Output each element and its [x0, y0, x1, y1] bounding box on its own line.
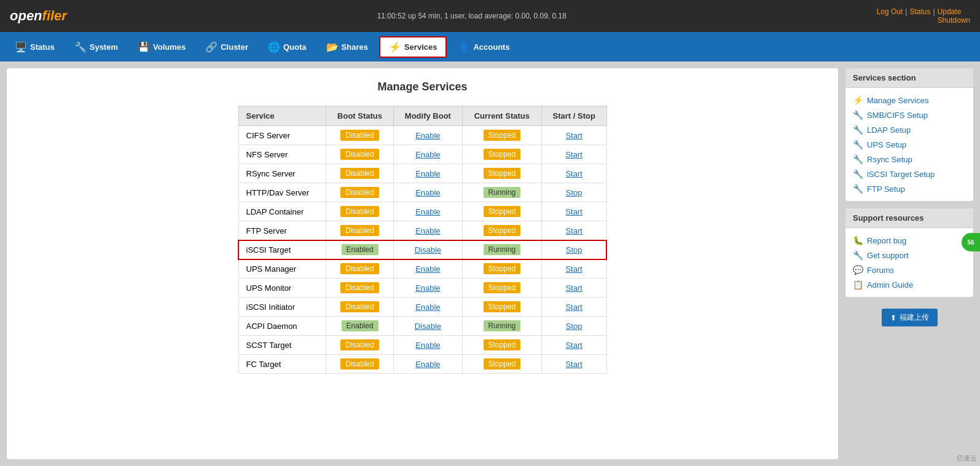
table-row: UPS MonitorDisabledEnableStoppedStart: [238, 278, 606, 298]
modify-boot[interactable]: Enable: [393, 183, 462, 202]
start-stop[interactable]: Start: [541, 355, 606, 374]
start-link[interactable]: Start: [565, 341, 582, 350]
table-row: ACPI DaemonEnabledDisableRunningStop: [238, 317, 606, 336]
modify-boot-link[interactable]: Enable: [415, 341, 440, 350]
modify-boot-link[interactable]: Enable: [415, 264, 440, 274]
sidebar-services-item[interactable]: 🔧SMB/CIFS Setup: [849, 108, 970, 122]
current-status: Stopped: [462, 202, 541, 221]
start-link[interactable]: Start: [565, 150, 582, 159]
sidebar: Services section ⚡Manage Services🔧SMB/CI…: [845, 68, 974, 460]
table-row: HTTP/Dav ServerDisabledEnableRunningStop: [238, 183, 606, 202]
modify-boot[interactable]: Enable: [393, 126, 462, 145]
start-stop[interactable]: Start: [541, 126, 606, 145]
start-link[interactable]: Start: [565, 283, 582, 293]
start-stop[interactable]: Stop: [541, 183, 606, 202]
status-link[interactable]: Status: [909, 7, 930, 25]
start-link[interactable]: Start: [565, 264, 582, 274]
table-header: ServiceBoot StatusModify BootCurrent Sta…: [238, 106, 606, 126]
modify-boot-link[interactable]: Enable: [415, 169, 440, 178]
start-stop[interactable]: Start: [541, 164, 606, 183]
logout-link[interactable]: Log Out: [877, 7, 903, 25]
modify-boot-link[interactable]: Disable: [415, 322, 441, 331]
stop-link[interactable]: Stop: [566, 245, 582, 255]
sidebar-services-item[interactable]: 🔧LDAP Setup: [849, 122, 970, 137]
table-row: iSCSI TargetEnabledDisableRunningStop: [238, 240, 606, 259]
modify-boot-link[interactable]: Enable: [415, 360, 440, 369]
sidebar-services-item[interactable]: 🔧UPS Setup: [849, 137, 970, 152]
modify-boot-link[interactable]: Enable: [415, 302, 440, 312]
sidebar-icon: 🔧: [853, 154, 863, 164]
start-stop[interactable]: Start: [541, 259, 606, 278]
modify-boot-link[interactable]: Enable: [415, 131, 440, 140]
start-link[interactable]: Start: [565, 302, 582, 312]
modify-boot[interactable]: Enable: [393, 259, 462, 278]
table-row: FC TargetDisabledEnableStoppedStart: [238, 355, 606, 374]
current-status: Stopped: [462, 145, 541, 164]
nav-item-volumes[interactable]: 💾Volumes: [129, 38, 194, 57]
modify-boot[interactable]: Enable: [393, 355, 462, 374]
sidebar-icon: 🔧: [853, 140, 863, 149]
services-section: Services section ⚡Manage Services🔧SMB/CI…: [845, 68, 974, 202]
nav-item-accounts[interactable]: 👤Accounts: [449, 38, 518, 57]
modify-boot[interactable]: Enable: [393, 336, 462, 355]
sidebar-services-item[interactable]: 🔧Rsync Setup: [849, 152, 970, 167]
start-stop[interactable]: Start: [541, 336, 606, 355]
current-status: Running: [462, 240, 541, 259]
sidebar-support-item[interactable]: 💬Forums: [849, 263, 970, 277]
modify-boot-link[interactable]: Enable: [415, 207, 440, 216]
stop-link[interactable]: Stop: [566, 322, 582, 331]
sidebar-services-item[interactable]: 🔧FTP Setup: [849, 181, 970, 196]
start-stop[interactable]: Start: [541, 221, 606, 240]
modify-boot[interactable]: Enable: [393, 298, 462, 317]
nav-label-volumes: Volumes: [153, 42, 186, 52]
start-stop[interactable]: Stop: [541, 240, 606, 259]
start-stop[interactable]: Start: [541, 145, 606, 164]
sidebar-support-item[interactable]: 🐛Report bug: [849, 233, 970, 248]
upload-button[interactable]: ⬆ 福建上传: [882, 309, 938, 326]
modify-boot[interactable]: Disable: [393, 317, 462, 336]
modify-boot[interactable]: Enable: [393, 145, 462, 164]
start-stop[interactable]: Stop: [541, 317, 606, 336]
support-sidebar-items: 🐛Report bug🔧Get support💬Forums📋Admin Gui…: [845, 228, 973, 297]
sidebar-item-label: UPS Setup: [867, 140, 906, 149]
sidebar-support-item[interactable]: 📋Admin Guide: [849, 277, 970, 292]
sidebar-services-item[interactable]: ⚡Manage Services: [849, 93, 970, 108]
content-area: Manage Services ServiceBoot StatusModify…: [6, 68, 839, 460]
modify-boot[interactable]: Enable: [393, 278, 462, 298]
sidebar-support-item[interactable]: 🔧Get support: [849, 248, 970, 263]
sep1: |: [905, 7, 907, 25]
stop-link[interactable]: Stop: [566, 188, 582, 197]
modify-boot-link[interactable]: Disable: [415, 245, 441, 255]
sidebar-services-item[interactable]: 🔧iSCSI Target Setup: [849, 167, 970, 181]
modify-boot-link[interactable]: Enable: [415, 283, 440, 293]
modify-boot[interactable]: Disable: [393, 240, 462, 259]
sidebar-item-label: FTP Setup: [867, 184, 905, 194]
nav-item-services[interactable]: ⚡Services: [379, 36, 447, 58]
start-stop[interactable]: Start: [541, 278, 606, 298]
modify-boot-link[interactable]: Enable: [415, 226, 440, 235]
nav-item-shares[interactable]: 📂Shares: [318, 38, 377, 57]
modify-boot[interactable]: Enable: [393, 202, 462, 221]
col-header: Boot Status: [326, 106, 394, 126]
shutdown-label: Shutdown: [938, 16, 970, 25]
modify-boot[interactable]: Enable: [393, 221, 462, 240]
start-link[interactable]: Start: [565, 169, 582, 178]
start-link[interactable]: Start: [565, 360, 582, 369]
update-link[interactable]: UpdateShutdown: [938, 7, 970, 25]
start-stop[interactable]: Start: [541, 298, 606, 317]
start-stop[interactable]: Start: [541, 202, 606, 221]
start-link[interactable]: Start: [565, 131, 582, 140]
nav-item-system[interactable]: 🔧System: [66, 38, 127, 57]
sidebar-icon: 🔧: [853, 250, 863, 260]
main-nav: 🖥️Status🔧System💾Volumes🔗Cluster🌐Quota📂Sh…: [0, 32, 980, 61]
nav-item-status[interactable]: 🖥️Status: [6, 38, 63, 57]
sidebar-item-label: Report bug: [867, 236, 906, 245]
current-status: Running: [462, 183, 541, 202]
nav-item-cluster[interactable]: 🔗Cluster: [197, 38, 257, 57]
modify-boot-link[interactable]: Enable: [415, 188, 440, 197]
start-link[interactable]: Start: [565, 207, 582, 216]
start-link[interactable]: Start: [565, 226, 582, 235]
nav-item-quota[interactable]: 🌐Quota: [259, 38, 315, 57]
modify-boot[interactable]: Enable: [393, 164, 462, 183]
modify-boot-link[interactable]: Enable: [415, 150, 440, 159]
